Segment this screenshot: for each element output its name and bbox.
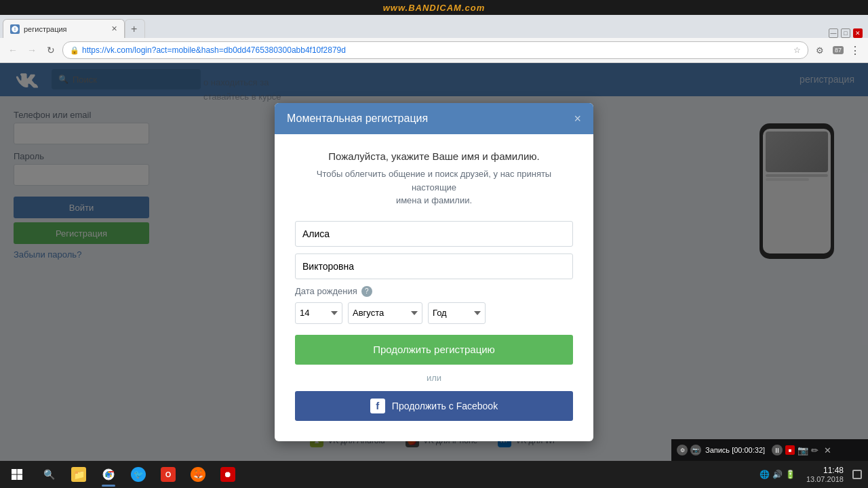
tab-close-vk[interactable]: ✕	[111, 24, 117, 33]
browser-tab-new[interactable]: +	[125, 19, 145, 38]
tab-bar: регистрация ✕ + — □ ✕	[0, 15, 868, 38]
modal-body: Пожалуйста, укажите Ваше имя и фамилию. …	[275, 134, 593, 441]
close-window-btn[interactable]: ✕	[853, 28, 863, 38]
back-btn[interactable]: ←	[5, 43, 20, 58]
last-name-input[interactable]	[295, 253, 573, 279]
modal-title: Моментальная регистрация	[287, 113, 428, 125]
start-btn[interactable]	[0, 461, 34, 488]
rec-screenshot-btn[interactable]: 📷	[797, 445, 808, 455]
modal-overlay: Моментальная регистрация × Пожалуйста, у…	[0, 62, 868, 488]
tab-title-vk: регистрация	[24, 25, 107, 33]
extensions-btn[interactable]: ⚙	[812, 43, 827, 58]
taskbar-clock: 11:48 13.07.2018	[802, 466, 848, 483]
dob-year-select[interactable]: Год 200019991998 199519901985 1980	[428, 302, 486, 324]
dob-day-select[interactable]: 14 1234 5678 9101112 13151617 18192021 2…	[295, 302, 342, 324]
svg-rect-2	[12, 475, 17, 481]
browser-chrome: регистрация ✕ + — □ ✕ ← → ↻ 🔒 https://vk…	[0, 15, 868, 63]
svg-rect-3	[18, 475, 23, 481]
svg-point-6	[107, 473, 111, 476]
modal-heading: Пожалуйста, укажите Ваше имя и фамилию.	[295, 150, 573, 162]
taskbar-app6[interactable]: ⏺	[213, 461, 243, 488]
volume-icon[interactable]: 🔊	[772, 470, 783, 479]
vk-page: 🔍 регистрация Телефон или email Пароль В…	[0, 62, 868, 488]
rec-bar: ⚙ 📷 Запись [00:00:32] ⏸ ■ 📷 ✏ ✕	[671, 439, 868, 461]
svg-rect-0	[12, 469, 17, 474]
firefox-icon: 🦊	[191, 467, 205, 482]
taskbar-chrome[interactable]	[94, 461, 123, 488]
twitter-icon: 🐦	[131, 467, 146, 482]
rec-pause-btn[interactable]: ⏸	[772, 445, 783, 455]
notification-icon	[852, 470, 862, 479]
dob-label-text: Дата рождения	[295, 286, 357, 296]
bandicam-bar: www.BANDICAM.com	[0, 0, 868, 15]
dob-help-icon[interactable]: ?	[361, 286, 372, 297]
taskbar-right: 🌐 🔊 🔋 11:48 13.07.2018	[755, 461, 868, 488]
svg-rect-1	[18, 469, 23, 474]
address-bar: ← → ↻ 🔒 https://vk.com/login?act=mobile&…	[0, 38, 868, 62]
browser-tab-vk[interactable]: регистрация ✕	[3, 19, 125, 38]
rec-webcam-btn[interactable]: 📷	[690, 445, 701, 455]
rec-timer: Запись [00:00:32]	[705, 446, 765, 454]
modal-header: Моментальная регистрация ×	[275, 103, 593, 134]
taskbar-apps: 📁 🐦 O 🦊 ⏺	[64, 461, 243, 488]
address-input-wrap[interactable]: 🔒 https://vk.com/login?act=mobile&hash=d…	[62, 41, 808, 59]
opera-icon: O	[161, 467, 176, 482]
rec-settings-btn[interactable]: ⚙	[677, 445, 688, 455]
dob-section: Дата рождения ? 14 1234 5678 9101112 131…	[295, 286, 573, 324]
registration-modal: Моментальная регистрация × Пожалуйста, у…	[275, 103, 593, 441]
user-count-text: 87	[833, 46, 844, 54]
dob-month-select[interactable]: Августа ЯнваряФевраляМарта АпреляМаяИюня…	[348, 302, 422, 324]
forward-btn[interactable]: →	[24, 43, 39, 58]
battery-icon[interactable]: 🔋	[785, 470, 795, 479]
bandicam-text: www.BANDICAM.com	[383, 3, 486, 13]
record-icon: ⏺	[220, 467, 235, 482]
rec-controls: ⚙ 📷	[677, 445, 701, 455]
rec-draw-btn[interactable]: ✏	[811, 445, 818, 455]
taskbar-file-explorer[interactable]: 📁	[64, 461, 94, 488]
window-controls: — □ ✕	[829, 28, 868, 38]
address-text: https://vk.com/login?act=mobile&hash=db0…	[82, 45, 791, 55]
menu-btn[interactable]: ⋮	[848, 43, 863, 58]
facebook-icon: f	[370, 399, 385, 413]
refresh-btn[interactable]: ↻	[43, 43, 58, 58]
facebook-continue-btn[interactable]: f Продолжить с Facebook	[295, 391, 573, 421]
taskbar-app5[interactable]: 🦊	[183, 461, 213, 488]
taskbar-search-icon: 🔍	[43, 469, 55, 480]
dob-label: Дата рождения ?	[295, 286, 573, 297]
taskbar-search-btn[interactable]: 🔍	[34, 461, 64, 488]
modal-close-btn[interactable]: ×	[574, 113, 581, 125]
lock-icon: 🔒	[70, 46, 79, 55]
clock-time: 11:48	[806, 466, 844, 475]
tab-favicon-vk	[10, 24, 20, 34]
rec-close-btn[interactable]: ✕	[824, 445, 831, 455]
continue-registration-btn[interactable]: Продолжить регистрацию	[295, 335, 573, 365]
bookmark-icon[interactable]: ☆	[793, 45, 801, 55]
dob-selects: 14 1234 5678 9101112 13151617 18192021 2…	[295, 302, 573, 324]
new-tab-icon: +	[131, 23, 137, 35]
rec-stop-btn[interactable]: ■	[785, 445, 795, 455]
rec-icons: ⏸ ■ 📷 ✏ ✕	[772, 445, 831, 455]
toolbar-right: ⚙ 87 ⋮	[812, 43, 863, 58]
maximize-btn[interactable]: □	[841, 28, 850, 38]
taskbar: 🔍 📁 🐦 O 🦊	[0, 461, 868, 488]
user-count-badge: 87	[830, 43, 845, 58]
notification-btn[interactable]	[850, 461, 864, 488]
taskbar-app4[interactable]: O	[153, 461, 183, 488]
sys-icons: 🌐 🔊 🔋	[755, 470, 800, 479]
facebook-btn-label: Продолжить с Facebook	[392, 401, 498, 411]
minimize-btn[interactable]: —	[829, 28, 838, 38]
network-icon[interactable]: 🌐	[760, 470, 770, 479]
first-name-input[interactable]	[295, 221, 573, 247]
taskbar-app3[interactable]: 🐦	[123, 461, 153, 488]
chrome-icon	[101, 467, 116, 482]
clock-date: 13.07.2018	[806, 475, 844, 483]
modal-subtext: Чтобы облегчить общение и поиск друзей, …	[295, 167, 573, 207]
or-divider: или	[295, 373, 573, 383]
file-explorer-icon: 📁	[71, 467, 86, 482]
